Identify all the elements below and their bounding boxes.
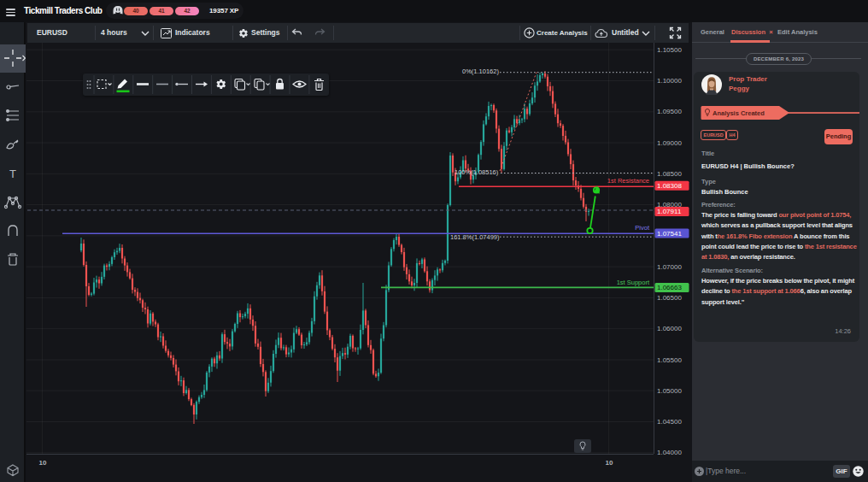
svg-text:1.10000: 1.10000 bbox=[657, 77, 682, 85]
svg-text:1st Support: 1st Support bbox=[617, 279, 650, 286]
svg-text:1.08500: 1.08500 bbox=[657, 170, 682, 178]
svg-text:1.08308: 1.08308 bbox=[657, 182, 682, 190]
svg-text:10: 10 bbox=[606, 459, 613, 467]
svg-text:1st Resistance: 1st Resistance bbox=[607, 177, 649, 185]
svg-text:1.04000: 1.04000 bbox=[657, 449, 682, 456]
svg-text:1.09000: 1.09000 bbox=[657, 139, 682, 147]
svg-text:1.06663: 1.06663 bbox=[657, 284, 682, 291]
svg-text:1.05000: 1.05000 bbox=[657, 387, 682, 395]
svg-text:1.06500: 1.06500 bbox=[657, 294, 682, 302]
svg-text:1.05500: 1.05500 bbox=[657, 356, 682, 364]
svg-text:T: T bbox=[9, 168, 16, 180]
svg-text:1.09500: 1.09500 bbox=[657, 108, 682, 115]
svg-text:1.06000: 1.06000 bbox=[657, 325, 682, 332]
svg-text:1.07541: 1.07541 bbox=[657, 230, 682, 238]
svg-text:Pivot: Pivot bbox=[635, 224, 650, 232]
svg-text:161.8%(1.07499): 161.8%(1.07499) bbox=[450, 233, 500, 241]
svg-text:1.07911: 1.07911 bbox=[657, 208, 682, 215]
svg-text:1.04500: 1.04500 bbox=[657, 418, 682, 426]
svg-text:0%(1.10162): 0%(1.10162) bbox=[462, 68, 499, 75]
svg-text:1.10500: 1.10500 bbox=[657, 46, 682, 54]
svg-text:1.07000: 1.07000 bbox=[657, 263, 682, 271]
svg-text:100%(1.08516): 100%(1.08516) bbox=[455, 168, 499, 176]
svg-text:10: 10 bbox=[39, 459, 47, 467]
svg-text:Analysis Created: Analysis Created bbox=[713, 109, 765, 117]
